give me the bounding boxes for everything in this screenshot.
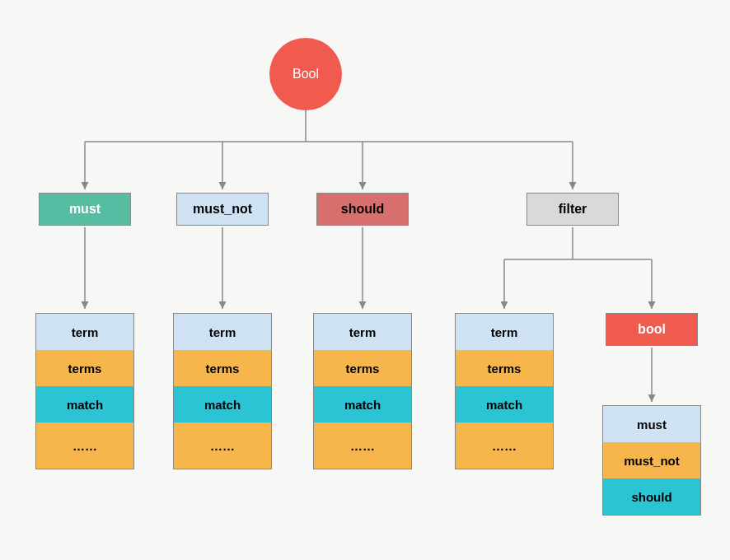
- stack-cell-terms: terms: [174, 350, 271, 386]
- nested-bool-node: bool: [606, 313, 698, 346]
- stack-cell-terms: terms: [36, 350, 133, 386]
- bool-stack-must: must: [603, 406, 700, 442]
- should-node: should: [316, 193, 409, 226]
- stack-cell-more: ……: [314, 422, 411, 469]
- stack-cell-more: ……: [36, 422, 133, 469]
- must-node: must: [39, 193, 131, 226]
- filter-node: filter: [526, 193, 619, 226]
- filter-label: filter: [559, 202, 587, 217]
- stack-cell-more: ……: [456, 422, 553, 469]
- bool-stack-must-not: must_not: [603, 442, 700, 478]
- stack-cell-terms: terms: [314, 350, 411, 386]
- must-not-stack: term terms match ……: [173, 313, 272, 469]
- root-bool-node: Bool: [269, 38, 342, 110]
- stack-cell-term: term: [456, 314, 553, 350]
- nested-bool-label: bool: [638, 322, 666, 337]
- root-label: Bool: [292, 67, 319, 82]
- should-stack: term terms match ……: [313, 313, 412, 469]
- stack-cell-term: term: [314, 314, 411, 350]
- nested-bool-stack: must must_not should: [602, 405, 701, 516]
- must-label: must: [69, 202, 101, 217]
- must-not-label: must_not: [193, 202, 252, 217]
- must-not-node: must_not: [176, 193, 269, 226]
- stack-cell-match: match: [36, 386, 133, 422]
- stack-cell-match: match: [174, 386, 271, 422]
- bool-stack-should: should: [603, 478, 700, 515]
- stack-cell-terms: terms: [456, 350, 553, 386]
- should-label: should: [341, 202, 384, 217]
- stack-cell-more: ……: [174, 422, 271, 469]
- stack-cell-term: term: [174, 314, 271, 350]
- must-stack: term terms match ……: [35, 313, 134, 469]
- stack-cell-match: match: [456, 386, 553, 422]
- filter-stack: term terms match ……: [455, 313, 554, 469]
- stack-cell-term: term: [36, 314, 133, 350]
- stack-cell-match: match: [314, 386, 411, 422]
